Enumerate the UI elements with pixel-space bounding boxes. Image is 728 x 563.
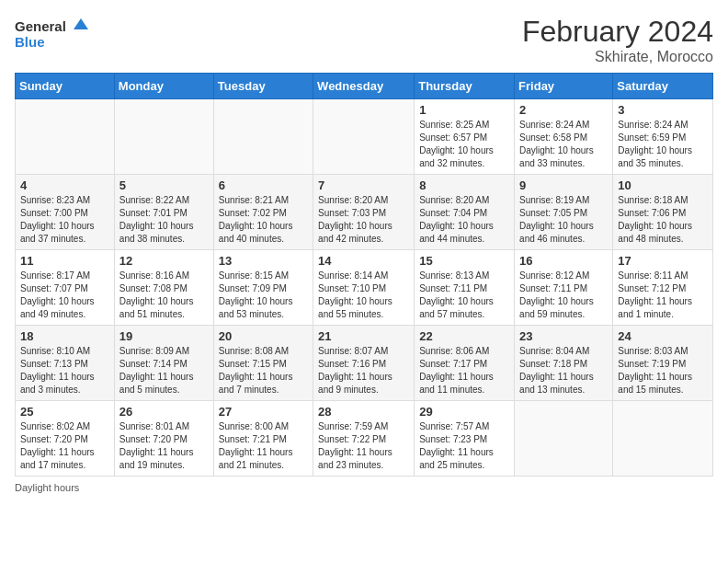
daylight-text: Daylight: 11 hours and 23 minutes. xyxy=(318,447,392,470)
sunset-text: Sunset: 7:03 PM xyxy=(318,208,386,218)
calendar-cell: 14Sunrise: 8:14 AMSunset: 7:10 PMDayligh… xyxy=(313,250,415,326)
daylight-text: Daylight: 10 hours and 37 minutes. xyxy=(20,221,95,244)
sunset-text: Sunset: 7:08 PM xyxy=(119,283,188,293)
sunrise-text: Sunrise: 8:24 AM xyxy=(618,120,688,130)
sunrise-text: Sunrise: 8:08 AM xyxy=(219,346,289,356)
sunrise-text: Sunrise: 8:14 AM xyxy=(318,270,388,281)
day-number: 3 xyxy=(618,103,708,117)
day-number: 4 xyxy=(20,178,109,192)
calendar-cell: 8Sunrise: 8:20 AMSunset: 7:04 PMDaylight… xyxy=(415,175,515,250)
logo-svg: General Blue xyxy=(15,15,88,52)
day-info: Sunrise: 8:13 AMSunset: 7:11 PMDaylight:… xyxy=(419,270,509,321)
day-info: Sunrise: 8:17 AMSunset: 7:07 PMDaylight:… xyxy=(20,270,109,321)
day-number: 26 xyxy=(119,405,209,419)
day-info: Sunrise: 8:09 AMSunset: 7:14 PMDaylight:… xyxy=(119,345,209,396)
day-of-week-header: Sunday xyxy=(16,74,115,99)
calendar-cell: 24Sunrise: 8:03 AMSunset: 7:19 PMDayligh… xyxy=(613,326,713,401)
day-info: Sunrise: 8:10 AMSunset: 7:13 PMDaylight:… xyxy=(20,345,109,396)
calendar-cell: 23Sunrise: 8:04 AMSunset: 7:18 PMDayligh… xyxy=(515,326,613,401)
sunrise-text: Sunrise: 8:04 AM xyxy=(519,346,589,356)
day-info: Sunrise: 7:59 AMSunset: 7:22 PMDaylight:… xyxy=(318,420,409,472)
sunset-text: Sunset: 7:20 PM xyxy=(20,434,88,444)
calendar-cell xyxy=(114,99,213,175)
day-info: Sunrise: 8:24 AMSunset: 6:59 PMDaylight:… xyxy=(618,119,708,170)
logo: General Blue xyxy=(15,15,88,52)
day-info: Sunrise: 8:16 AMSunset: 7:08 PMDaylight:… xyxy=(119,270,209,321)
day-info: Sunrise: 8:22 AMSunset: 7:01 PMDaylight:… xyxy=(119,194,209,246)
daylight-text: Daylight: 11 hours and 19 minutes. xyxy=(119,447,194,470)
sunrise-text: Sunrise: 8:21 AM xyxy=(219,195,289,205)
day-number: 9 xyxy=(519,178,608,192)
sunrise-text: Sunrise: 8:18 AM xyxy=(618,195,688,205)
day-of-week-header: Tuesday xyxy=(213,74,313,99)
day-info: Sunrise: 8:21 AMSunset: 7:02 PMDaylight:… xyxy=(219,194,308,246)
sunset-text: Sunset: 7:16 PM xyxy=(318,359,386,369)
day-info: Sunrise: 8:15 AMSunset: 7:09 PMDaylight:… xyxy=(219,270,308,321)
daylight-text: Daylight: 10 hours and 42 minutes. xyxy=(318,221,392,244)
calendar-cell: 10Sunrise: 8:18 AMSunset: 7:06 PMDayligh… xyxy=(613,175,713,250)
daylight-text: Daylight: 11 hours and 17 minutes. xyxy=(20,447,95,470)
location: Skhirate, Morocco xyxy=(522,49,713,65)
daylight-text: Daylight: 10 hours and 48 minutes. xyxy=(618,221,692,244)
day-number: 7 xyxy=(318,178,409,192)
day-number: 1 xyxy=(419,103,509,117)
daylight-text: Daylight: 10 hours and 46 minutes. xyxy=(519,221,594,244)
sunrise-text: Sunrise: 8:20 AM xyxy=(419,195,489,205)
daylight-text: Daylight: 11 hours and 21 minutes. xyxy=(219,447,293,470)
sunset-text: Sunset: 7:12 PM xyxy=(618,283,686,293)
calendar-cell: 7Sunrise: 8:20 AMSunset: 7:03 PMDaylight… xyxy=(313,175,415,250)
calendar-cell: 20Sunrise: 8:08 AMSunset: 7:15 PMDayligh… xyxy=(213,326,313,401)
day-number: 5 xyxy=(119,178,209,192)
day-info: Sunrise: 8:12 AMSunset: 7:11 PMDaylight:… xyxy=(519,270,608,321)
day-of-week-header: Monday xyxy=(114,74,213,99)
calendar-cell: 13Sunrise: 8:15 AMSunset: 7:09 PMDayligh… xyxy=(213,250,313,326)
sunrise-text: Sunrise: 8:20 AM xyxy=(318,195,388,205)
daylight-text: Daylight: 10 hours and 35 minutes. xyxy=(618,145,692,168)
daylight-label: Daylight hours xyxy=(15,482,79,493)
sunset-text: Sunset: 7:06 PM xyxy=(618,208,686,218)
sunrise-text: Sunrise: 8:12 AM xyxy=(519,270,589,281)
day-info: Sunrise: 8:20 AMSunset: 7:03 PMDaylight:… xyxy=(318,194,409,246)
sunrise-text: Sunrise: 8:09 AM xyxy=(119,346,189,356)
sunrise-text: Sunrise: 8:13 AM xyxy=(419,270,489,281)
day-number: 24 xyxy=(618,329,708,343)
day-info: Sunrise: 8:04 AMSunset: 7:18 PMDaylight:… xyxy=(519,345,608,396)
calendar-cell xyxy=(515,401,613,477)
sunset-text: Sunset: 7:11 PM xyxy=(519,283,587,293)
daylight-text: Daylight: 10 hours and 32 minutes. xyxy=(419,145,494,168)
sunset-text: Sunset: 7:02 PM xyxy=(219,208,287,218)
day-number: 15 xyxy=(419,254,509,268)
sunrise-text: Sunrise: 8:19 AM xyxy=(519,195,589,205)
day-number: 21 xyxy=(318,329,409,343)
calendar-cell: 22Sunrise: 8:06 AMSunset: 7:17 PMDayligh… xyxy=(415,326,515,401)
day-number: 11 xyxy=(20,254,109,268)
daylight-text: Daylight: 11 hours and 9 minutes. xyxy=(318,372,392,395)
sunset-text: Sunset: 7:20 PM xyxy=(119,434,188,444)
calendar-cell: 17Sunrise: 8:11 AMSunset: 7:12 PMDayligh… xyxy=(613,250,713,326)
calendar-cell: 19Sunrise: 8:09 AMSunset: 7:14 PMDayligh… xyxy=(114,326,213,401)
sunset-text: Sunset: 7:11 PM xyxy=(419,283,487,293)
sunset-text: Sunset: 7:21 PM xyxy=(219,434,287,444)
sunset-text: Sunset: 7:05 PM xyxy=(519,208,587,218)
calendar-cell: 18Sunrise: 8:10 AMSunset: 7:13 PMDayligh… xyxy=(16,326,115,401)
calendar-cell: 11Sunrise: 8:17 AMSunset: 7:07 PMDayligh… xyxy=(16,250,115,326)
daylight-text: Daylight: 11 hours and 5 minutes. xyxy=(119,372,194,395)
calendar-cell: 1Sunrise: 8:25 AMSunset: 6:57 PMDaylight… xyxy=(415,99,515,175)
calendar-cell: 5Sunrise: 8:22 AMSunset: 7:01 PMDaylight… xyxy=(114,175,213,250)
sunrise-text: Sunrise: 8:15 AM xyxy=(219,270,289,281)
sunset-text: Sunset: 7:23 PM xyxy=(419,434,487,444)
sunrise-text: Sunrise: 7:57 AM xyxy=(419,421,489,431)
sunrise-text: Sunrise: 8:03 AM xyxy=(618,346,688,356)
sunset-text: Sunset: 7:18 PM xyxy=(519,359,587,369)
sunrise-text: Sunrise: 8:07 AM xyxy=(318,346,388,356)
title-block: February 2024 Skhirate, Morocco xyxy=(522,15,713,65)
daylight-text: Daylight: 10 hours and 51 minutes. xyxy=(119,296,194,319)
sunset-text: Sunset: 6:57 PM xyxy=(419,132,487,143)
calendar-cell xyxy=(213,99,313,175)
day-info: Sunrise: 8:02 AMSunset: 7:20 PMDaylight:… xyxy=(20,420,109,472)
calendar-cell: 4Sunrise: 8:23 AMSunset: 7:00 PMDaylight… xyxy=(16,175,115,250)
sunrise-text: Sunrise: 8:10 AM xyxy=(20,346,90,356)
day-info: Sunrise: 8:06 AMSunset: 7:17 PMDaylight:… xyxy=(419,345,509,396)
calendar-cell: 27Sunrise: 8:00 AMSunset: 7:21 PMDayligh… xyxy=(213,401,313,477)
day-number: 14 xyxy=(318,254,409,268)
